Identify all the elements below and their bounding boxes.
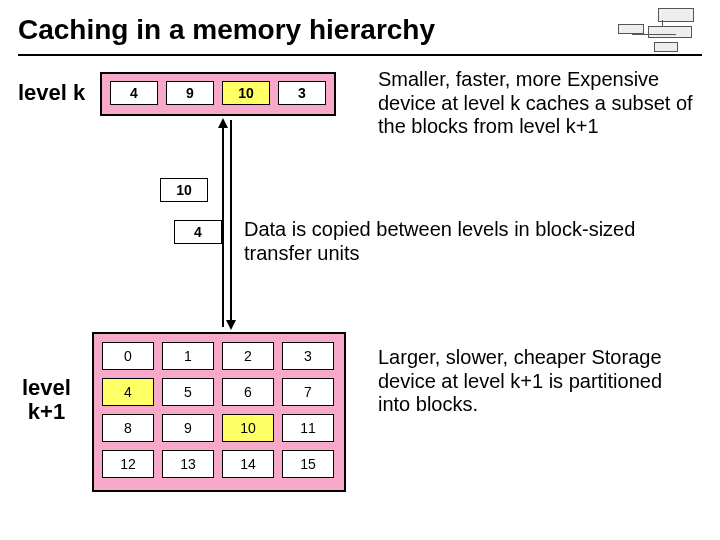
cache-cell: 3 xyxy=(278,81,326,105)
cache-cell: 4 xyxy=(110,81,158,105)
store-cell: 2 xyxy=(222,342,274,370)
store-cell: 9 xyxy=(162,414,214,442)
store-cell-highlight: 4 xyxy=(102,378,154,406)
store-cell: 3 xyxy=(282,342,334,370)
store-cell: 14 xyxy=(222,450,274,478)
store-cell: 0 xyxy=(102,342,154,370)
cache-cell-highlight: 10 xyxy=(222,81,270,105)
store-cell: 12 xyxy=(102,450,154,478)
store-cell: 5 xyxy=(162,378,214,406)
label-level-k: level k xyxy=(18,80,85,106)
header-computer-icon xyxy=(618,6,702,54)
annotation-level-k: Smaller, faster, more Expensive device a… xyxy=(378,68,698,139)
store-cell: 8 xyxy=(102,414,154,442)
store-cell: 15 xyxy=(282,450,334,478)
label-level-k1: level k+1 xyxy=(22,376,71,424)
arrow-down-icon xyxy=(226,320,236,330)
annotation-level-k1: Larger, slower, cheaper Storage device a… xyxy=(378,346,698,417)
cache-cell: 9 xyxy=(166,81,214,105)
page-title: Caching in a memory hierarchy xyxy=(0,0,720,52)
transfer-block-down: 4 xyxy=(174,220,222,244)
store-cell: 6 xyxy=(222,378,274,406)
store-cell: 7 xyxy=(282,378,334,406)
store-cell: 11 xyxy=(282,414,334,442)
store-cell-highlight: 10 xyxy=(222,414,274,442)
cache-level-k: 4 9 10 3 xyxy=(100,72,336,116)
store-cell: 13 xyxy=(162,450,214,478)
store-level-k1: 0 1 2 3 4 5 6 7 8 9 10 11 12 13 14 15 xyxy=(92,332,346,492)
transfer-block-up: 10 xyxy=(160,178,208,202)
store-cell: 1 xyxy=(162,342,214,370)
annotation-transfer: Data is copied between levels in block-s… xyxy=(244,218,684,265)
diagram-area: level k level k+1 4 9 10 3 10 4 0 1 2 3 … xyxy=(0,56,720,526)
